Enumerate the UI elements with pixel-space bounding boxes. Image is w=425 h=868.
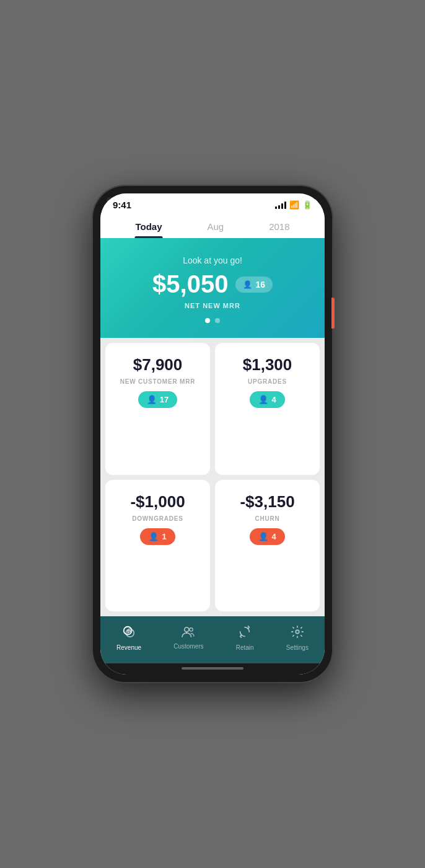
customers-icon — [182, 626, 195, 640]
svg-text:P: P — [127, 629, 131, 635]
nav-customers-label: Customers — [173, 643, 203, 650]
badge-count-churn: 4 — [271, 532, 276, 541]
retain-icon — [238, 625, 252, 642]
revenue-icon: P — [122, 625, 136, 642]
card-label-upgrades: UPGRADES — [248, 378, 287, 385]
cards-grid: $7,900 NEW CUSTOMER MRR 👤 17 $1,300 UPGR… — [100, 338, 325, 616]
card-churn: -$3,150 CHURN 👤 4 — [215, 480, 320, 612]
people-icon-new-customer: 👤 — [147, 395, 157, 404]
svg-point-3 — [185, 627, 189, 632]
card-badge-churn[interactable]: 👤 4 — [250, 528, 284, 545]
badge-count-downgrades: 1 — [162, 532, 166, 541]
badge-count-upgrades: 4 — [271, 395, 276, 404]
nav-retain-label: Retain — [236, 644, 254, 651]
svg-point-5 — [296, 630, 299, 634]
card-amount-new-customer: $7,900 — [133, 355, 183, 374]
card-downgrades: -$1,000 DOWNGRADES 👤 1 — [105, 480, 210, 612]
screen: 9:41 📶 🔋 Today Aug 2018 — [100, 193, 325, 675]
hero-dots — [113, 318, 312, 323]
nav-customers[interactable]: Customers — [164, 624, 213, 652]
dot-2 — [215, 318, 220, 323]
home-bar — [182, 667, 243, 670]
card-amount-upgrades: $1,300 — [243, 355, 292, 374]
card-new-customer-mrr: $7,900 NEW CUSTOMER MRR 👤 17 — [105, 343, 210, 475]
status-time: 9:41 — [113, 200, 131, 210]
card-amount-downgrades: -$1,000 — [130, 492, 185, 512]
hero-badge-count: 16 — [255, 280, 265, 290]
nav-revenue-label: Revenue — [116, 644, 141, 651]
top-tab-bar: Today Aug 2018 — [100, 214, 325, 238]
nav-retain[interactable]: Retain — [226, 622, 264, 653]
hero-subtitle: Look at you go! — [113, 255, 312, 265]
status-icons: 📶 🔋 — [275, 200, 312, 210]
battery-icon: 🔋 — [302, 200, 312, 210]
card-badge-new-customer[interactable]: 👤 17 — [138, 391, 177, 408]
phone-frame: 9:41 📶 🔋 Today Aug 2018 — [93, 186, 332, 682]
card-amount-churn: -$3,150 — [240, 492, 294, 512]
wifi-icon: 📶 — [289, 200, 299, 210]
hero-label: NET NEW MRR — [113, 302, 312, 309]
bottom-nav: P Revenue Customers — [100, 616, 325, 663]
hero-amount-row: $5,050 👤 16 — [113, 270, 312, 298]
people-icon-downgrades: 👤 — [149, 532, 159, 541]
svg-point-4 — [190, 628, 193, 631]
nav-settings[interactable]: Settings — [276, 622, 318, 653]
signal-icon — [275, 202, 286, 209]
people-icon-upgrades: 👤 — [258, 395, 268, 404]
card-label-downgrades: DOWNGRADES — [132, 515, 183, 522]
card-badge-upgrades[interactable]: 👤 4 — [250, 391, 284, 408]
card-label-churn: CHURN — [255, 515, 279, 522]
card-badge-downgrades[interactable]: 👤 1 — [140, 528, 175, 545]
status-bar: 9:41 📶 🔋 — [100, 193, 325, 214]
nav-settings-label: Settings — [286, 644, 309, 651]
tab-today[interactable]: Today — [125, 218, 172, 238]
card-upgrades: $1,300 UPGRADES 👤 4 — [215, 343, 320, 475]
settings-icon — [291, 625, 304, 642]
hero-section: Look at you go! $5,050 👤 16 NET NEW MRR — [100, 238, 325, 338]
nav-revenue[interactable]: P Revenue — [107, 622, 151, 653]
hero-amount: $5,050 — [152, 270, 228, 298]
home-indicator — [100, 663, 325, 675]
people-icon-churn: 👤 — [258, 532, 268, 541]
badge-count-new-customer: 17 — [160, 395, 169, 404]
side-button — [331, 298, 335, 329]
people-icon: 👤 — [243, 280, 252, 289]
hero-badge: 👤 16 — [235, 277, 273, 293]
tab-aug[interactable]: Aug — [197, 218, 234, 238]
dot-1 — [205, 318, 210, 323]
tab-2018[interactable]: 2018 — [259, 218, 299, 238]
card-label-new-customer: NEW CUSTOMER MRR — [120, 378, 196, 385]
